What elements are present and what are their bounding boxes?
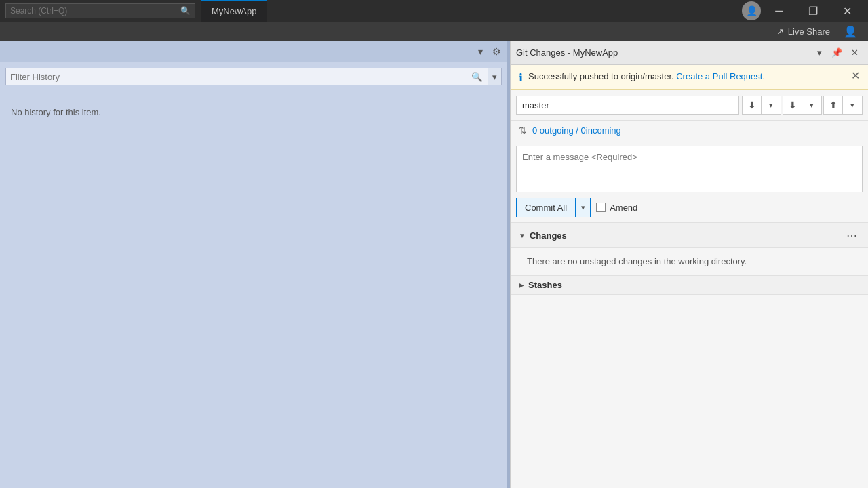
search-box[interactable]: 🔍 [5, 3, 195, 18]
empty-history-text: No history for this item. [11, 107, 496, 117]
git-panel: Git Changes - MyNewApp ▾ 📌 ✕ ℹ Successfu… [510, 41, 868, 488]
live-share-button[interactable]: ↗ Live Share [771, 25, 835, 38]
title-bar: 🔍 MyNewApp 👤 ─ ❐ ✕ [0, 0, 868, 22]
notification-icon: ℹ [519, 71, 523, 84]
branch-area: master ⬇ ▾ ⬇ ▾ ⬆ ▾ [511, 90, 868, 121]
amend-label: Amend [610, 203, 637, 213]
filter-area: 🔍 ▾ [0, 62, 507, 91]
left-panel-toolbar: ▾ ⚙ [0, 41, 507, 62]
commit-all-dropdown-button[interactable]: ▾ [575, 198, 590, 217]
changes-more-button[interactable]: ⋯ [844, 227, 860, 243]
commit-message-area [516, 146, 863, 192]
live-share-area: ↗ Live Share 👤 [771, 24, 863, 38]
filter-input-wrap: 🔍 [5, 68, 488, 85]
pull-button[interactable]: ⬇ [783, 96, 802, 115]
menu-bar: ↗ Live Share 👤 [0, 22, 868, 41]
git-panel-close-button[interactable]: ✕ [846, 45, 863, 61]
commit-all-button[interactable]: Commit All [517, 198, 575, 217]
changes-section-content: There are no unstaged changes in the wor… [511, 248, 868, 275]
left-panel: ▾ ⚙ 🔍 ▾ No history for this item. [0, 41, 507, 488]
tab-label: MyNewApp [212, 6, 256, 16]
main-area: ▾ ⚙ 🔍 ▾ No history for this item. Git Ch… [0, 41, 868, 488]
commit-message-input[interactable] [517, 146, 862, 190]
pull-dropdown-button[interactable]: ▾ [802, 96, 821, 115]
avatar: 👤 [742, 1, 761, 20]
fetch-button-group: ⬇ ▾ [742, 96, 781, 115]
push-dropdown-button[interactable]: ▾ [843, 96, 862, 115]
tab-mynewapp[interactable]: MyNewApp [201, 0, 267, 22]
title-bar-right: 👤 ─ ❐ ✕ [742, 0, 863, 22]
git-panel-dropdown-button[interactable]: ▾ [811, 45, 827, 61]
sync-status-icon: ⇅ [519, 125, 527, 136]
notification-text: Successfully pushed to origin/master. Cr… [528, 70, 846, 83]
push-button[interactable]: ⬆ [824, 96, 843, 115]
notification-close-button[interactable]: ✕ [851, 70, 860, 81]
git-panel-title: Git Changes - MyNewApp [516, 47, 811, 58]
stashes-section-title: Stashes [528, 280, 562, 290]
fetch-button[interactable]: ⬇ [743, 96, 762, 115]
pull-button-group: ⬇ ▾ [783, 96, 822, 115]
empty-history: No history for this item. [0, 91, 507, 134]
minimize-button[interactable]: ─ [764, 0, 795, 22]
git-panel-header: Git Changes - MyNewApp ▾ 📌 ✕ [511, 41, 868, 65]
fetch-dropdown-button[interactable]: ▾ [762, 96, 781, 115]
notification-bar: ℹ Successfully pushed to origin/master. … [511, 65, 868, 90]
live-share-icon: ↗ [776, 26, 784, 37]
stashes-section: ▶ Stashes [511, 275, 868, 295]
branch-select[interactable]: master [516, 96, 739, 115]
settings-button[interactable]: ⚙ [488, 43, 505, 60]
sync-buttons: ⬇ ▾ ⬇ ▾ ⬆ ▾ [742, 96, 863, 115]
stashes-chevron-icon: ▶ [519, 281, 524, 289]
maximize-button[interactable]: ❐ [797, 0, 829, 22]
filter-search-button[interactable]: 🔍 [470, 70, 484, 83]
notification-message: Successfully pushed to origin/master. [528, 71, 674, 81]
close-button[interactable]: ✕ [831, 0, 863, 22]
amend-checkbox[interactable] [596, 203, 606, 212]
changes-section-header[interactable]: ▼ Changes ⋯ [511, 223, 868, 248]
stashes-section-header[interactable]: ▶ Stashes [511, 276, 868, 295]
create-pull-request-link[interactable]: Create a Pull Request. [676, 71, 765, 81]
live-share-label: Live Share [788, 26, 830, 37]
changes-chevron-icon: ▼ [519, 232, 526, 239]
sync-status: ⇅ 0 outgoing / 0incoming [511, 121, 868, 140]
search-input[interactable] [10, 6, 180, 16]
commit-all-button-group: Commit All ▾ [516, 198, 591, 217]
collapse-button[interactable]: ▾ [472, 43, 488, 60]
person-icon[interactable]: 👤 [844, 24, 857, 38]
filter-input[interactable] [10, 72, 470, 82]
amend-area: Amend [596, 203, 637, 213]
changes-section: ▼ Changes ⋯ There are no unstaged change… [511, 222, 868, 275]
no-changes-text: There are no unstaged changes in the wor… [527, 256, 747, 266]
git-header-buttons: ▾ 📌 ✕ [811, 45, 863, 61]
filter-dropdown-button[interactable]: ▾ [488, 68, 502, 85]
outgoing-incoming-link[interactable]: 0 outgoing / 0incoming [532, 125, 621, 136]
search-icon: 🔍 [180, 6, 191, 16]
push-button-group: ⬆ ▾ [823, 96, 863, 115]
git-panel-pin-button[interactable]: 📌 [829, 45, 845, 61]
changes-section-title: Changes [530, 230, 844, 241]
commit-area: Commit All ▾ Amend [511, 198, 868, 222]
